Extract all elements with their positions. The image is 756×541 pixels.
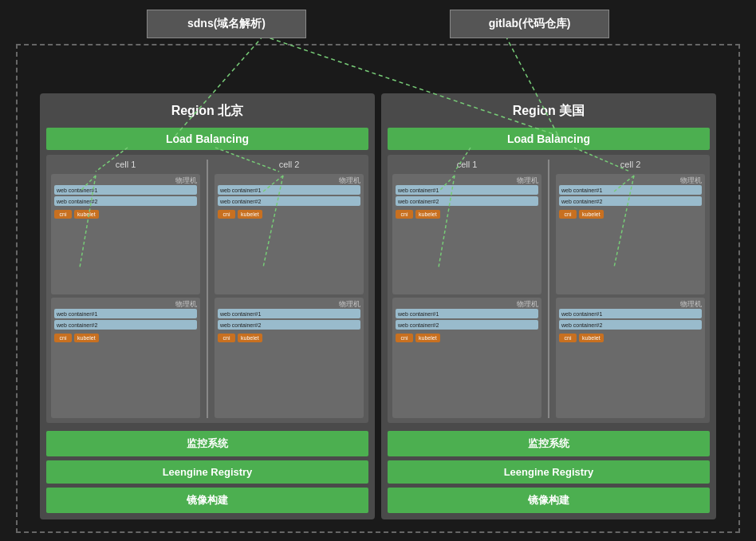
gitlab-box: gitlab(代码仓库) bbox=[450, 10, 609, 38]
kubelet-us-c2-m2: kubelet bbox=[579, 334, 604, 342]
phys-machine-us-c2-m2: 物理机 web container#1 web container#2 cni … bbox=[556, 298, 705, 418]
bottom-row-us-c1-m1: cni kubelet bbox=[396, 210, 538, 219]
cell-1-us: cell 1 物理机 web container#1 web container… bbox=[392, 160, 541, 418]
web-container-bj-c2-m1-2: web container#2 bbox=[218, 196, 360, 206]
web-container-us-c2-m2-1: web container#1 bbox=[559, 309, 702, 318]
region-us-title: Region 美国 bbox=[388, 100, 710, 123]
cell-divider-us bbox=[548, 160, 549, 418]
cni-us-c1-m1: cni bbox=[396, 210, 413, 219]
mirror-us: 镜像构建 bbox=[388, 488, 710, 513]
monitor-us: 监控系统 bbox=[388, 431, 710, 456]
phys-machine-bj-c2-m2: 物理机 web container#1 web container#2 cni … bbox=[215, 298, 364, 418]
mirror-beijing: 镜像构建 bbox=[46, 488, 368, 513]
load-balancing-us: Load Balancing bbox=[388, 128, 710, 150]
registry-beijing: Leengine Registry bbox=[46, 460, 368, 484]
cni-us-c2-m1: cni bbox=[559, 210, 577, 219]
cells-row-us: cell 1 物理机 web container#1 web container… bbox=[392, 160, 705, 418]
bottom-row-bj-c2-m1: cni kubelet bbox=[218, 210, 360, 219]
web-container-us-c2-m2-2: web container#2 bbox=[559, 320, 702, 330]
cni-bj-c2-m1: cni bbox=[218, 210, 235, 219]
cni-us-c2-m2: cni bbox=[559, 334, 577, 342]
load-balancing-beijing: Load Balancing bbox=[46, 128, 368, 150]
web-container-bj-c2-m1-1: web container#1 bbox=[218, 185, 360, 195]
cell-1-beijing: cell 1 物理机 web container#1 web container… bbox=[51, 160, 200, 418]
web-container-us-c1-m1-2: web container#2 bbox=[396, 196, 538, 206]
phys-machine-bj-c1-m2: 物理机 web container#1 web container#2 cni … bbox=[51, 298, 200, 418]
bottom-row-bj-c1-m2: cni kubelet bbox=[54, 334, 197, 342]
container-row-bj-c2-m1: web container#1 web container#2 bbox=[218, 185, 360, 207]
kubelet-bj-c2-m2: kubelet bbox=[238, 334, 262, 342]
cell-1-us-label: cell 1 bbox=[392, 160, 541, 169]
web-container-us-c2-m1-2: web container#2 bbox=[559, 196, 702, 206]
container-row-bj-c1-m2: web container#1 web container#2 bbox=[54, 309, 197, 331]
regions-row: Region 北京 Load Balancing cell 1 物理机 we bbox=[40, 93, 716, 519]
cell-2-beijing-label: cell 2 bbox=[215, 160, 364, 169]
web-container-bj-c1-m1-1: web container#1 bbox=[54, 185, 197, 195]
phys-machine-us-c1-m1: 物理机 web container#1 web container#2 cni … bbox=[392, 174, 541, 294]
main-container: sdns(域名解析) gitlab(代码仓库) Region 北京 Load B… bbox=[0, 0, 756, 541]
container-row-bj-c1-m1: web container#1 web container#2 bbox=[54, 185, 197, 207]
kubelet-bj-c2-m1: kubelet bbox=[238, 210, 262, 219]
web-container-bj-c2-m2-2: web container#2 bbox=[218, 320, 360, 330]
cni-bj-c1-m1: cni bbox=[54, 210, 72, 219]
phys-label-us-c2-m2: 物理机 bbox=[680, 299, 702, 310]
container-row-bj-c2-m2: web container#1 web container#2 bbox=[218, 309, 360, 331]
phys-label-bj-c1-m2: 物理机 bbox=[175, 299, 197, 310]
phys-label-us-c1-m1: 物理机 bbox=[517, 176, 538, 186]
kubelet-us-c2-m1: kubelet bbox=[579, 210, 604, 219]
cells-row-beijing: cell 1 物理机 web container#1 web container… bbox=[51, 160, 364, 418]
cni-bj-c2-m2: cni bbox=[218, 334, 235, 342]
web-container-us-c1-m1-1: web container#1 bbox=[396, 185, 538, 195]
top-services-row: sdns(域名解析) gitlab(代码仓库) bbox=[0, 0, 756, 38]
web-container-bj-c1-m2-2: web container#2 bbox=[54, 320, 197, 330]
phys-label-bj-c2-m2: 物理机 bbox=[339, 299, 360, 310]
bottom-row-bj-c1-m1: cni kubelet bbox=[54, 210, 197, 219]
phys-label-us-c2-m1: 物理机 bbox=[680, 176, 702, 186]
bottom-row-bj-c2-m2: cni kubelet bbox=[218, 334, 360, 342]
phys-machine-bj-c2-m1: 物理机 web container#1 web container#2 cni … bbox=[215, 174, 364, 294]
region-us: Region 美国 Load Balancing cell 1 物理机 web … bbox=[381, 93, 716, 519]
web-container-bj-c1-m2-1: web container#1 bbox=[54, 309, 197, 318]
cells-area-beijing: cell 1 物理机 web container#1 web container… bbox=[46, 155, 368, 423]
bottom-row-us-c2-m2: cni kubelet bbox=[559, 334, 702, 342]
kubelet-us-c1-m2: kubelet bbox=[415, 334, 440, 342]
region-beijing: Region 北京 Load Balancing cell 1 物理机 we bbox=[40, 93, 375, 519]
cell-2-us-label: cell 2 bbox=[556, 160, 705, 169]
monitor-beijing: 监控系统 bbox=[46, 431, 368, 456]
phys-machine-bj-c1-m1: 物理机 web container#1 web container#2 cni … bbox=[51, 174, 200, 294]
bottom-bars-us: 监控系统 Leengine Registry 镜像构建 bbox=[388, 431, 710, 513]
bottom-bars-beijing: 监控系统 Leengine Registry 镜像构建 bbox=[46, 431, 368, 513]
phys-machine-us-c1-m2: 物理机 web container#1 web container#2 cni … bbox=[392, 298, 541, 418]
phys-label-us-c1-m2: 物理机 bbox=[517, 299, 538, 310]
web-container-us-c1-m2-2: web container#2 bbox=[396, 320, 538, 330]
kubelet-bj-c1-m2: kubelet bbox=[74, 334, 99, 342]
container-row-us-c2-m1: web container#1 web container#2 bbox=[559, 185, 702, 207]
web-container-us-c2-m1-1: web container#1 bbox=[559, 185, 702, 195]
sdns-box: sdns(域名解析) bbox=[147, 10, 306, 38]
phys-label-bj-c2-m1: 物理机 bbox=[339, 176, 360, 186]
container-row-us-c2-m2: web container#1 web container#2 bbox=[559, 309, 702, 331]
bottom-row-us-c1-m2: cni kubelet bbox=[396, 334, 538, 342]
registry-us: Leengine Registry bbox=[388, 460, 710, 484]
cell-1-beijing-label: cell 1 bbox=[51, 160, 200, 169]
bottom-row-us-c2-m1: cni kubelet bbox=[559, 210, 702, 219]
phys-machine-us-c2-m1: 物理机 web container#1 web container#2 cni … bbox=[556, 174, 705, 294]
container-row-us-c1-m2: web container#1 web container#2 bbox=[396, 309, 538, 331]
container-row-us-c1-m1: web container#1 web container#2 bbox=[396, 185, 538, 207]
kubelet-us-c1-m1: kubelet bbox=[415, 210, 440, 219]
web-container-bj-c1-m1-2: web container#2 bbox=[54, 196, 197, 206]
web-container-bj-c2-m2-1: web container#1 bbox=[218, 309, 360, 318]
cni-us-c1-m2: cni bbox=[396, 334, 413, 342]
cell-divider-beijing bbox=[207, 160, 208, 418]
phys-label-bj-c1-m1: 物理机 bbox=[175, 176, 197, 186]
cell-2-us: cell 2 物理机 web container#1 web container… bbox=[556, 160, 705, 418]
cni-bj-c1-m2: cni bbox=[54, 334, 72, 342]
kubelet-bj-c1-m1: kubelet bbox=[74, 210, 99, 219]
region-beijing-title: Region 北京 bbox=[46, 100, 368, 123]
dotted-border: Region 北京 Load Balancing cell 1 物理机 we bbox=[16, 44, 740, 533]
web-container-us-c1-m2-1: web container#1 bbox=[396, 309, 538, 318]
cells-area-us: cell 1 物理机 web container#1 web container… bbox=[388, 155, 710, 423]
cell-2-beijing: cell 2 物理机 web container#1 web container… bbox=[215, 160, 364, 418]
